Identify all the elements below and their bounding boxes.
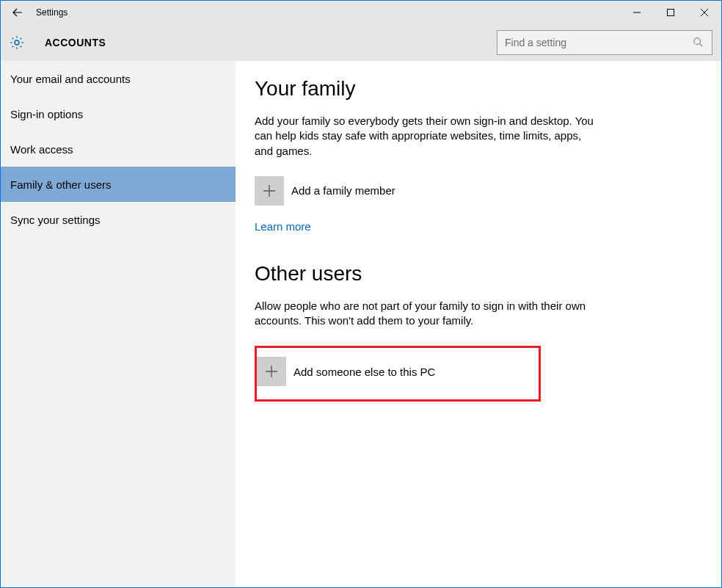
add-family-member-label: Add a family member	[291, 184, 395, 197]
search-icon	[693, 37, 704, 48]
sidebar-item-email-accounts[interactable]: Your email and accounts	[1, 61, 236, 96]
search-input[interactable]	[505, 37, 693, 48]
header-section-title: ACCOUNTS	[45, 37, 106, 48]
plus-icon-box	[255, 176, 284, 206]
svg-point-2	[694, 37, 701, 44]
gear-icon	[9, 35, 25, 51]
sidebar-item-family-other-users[interactable]: Family & other users	[1, 167, 236, 202]
sidebar: Your email and accounts Sign-in options …	[1, 61, 236, 587]
other-users-heading: Other users	[255, 262, 702, 286]
sidebar-item-sync-settings[interactable]: Sync your settings	[1, 202, 236, 237]
back-arrow-icon	[12, 7, 23, 18]
sidebar-item-label: Work access	[10, 143, 73, 156]
add-family-member-button[interactable]: Add a family member	[255, 176, 702, 206]
settings-gear-icon[interactable]	[8, 34, 26, 51]
add-someone-else-button[interactable]: Add someone else to this PC	[255, 346, 541, 402]
other-users-description: Allow people who are not part of your fa…	[255, 299, 599, 329]
titlebar: Settings	[1, 1, 721, 23]
add-someone-else-label: Add someone else to this PC	[293, 366, 435, 378]
close-icon	[701, 9, 708, 16]
plus-icon-box	[257, 357, 286, 386]
back-button[interactable]	[1, 1, 34, 23]
header: ACCOUNTS	[1, 23, 721, 61]
sidebar-item-label: Family & other users	[10, 178, 112, 191]
learn-more-link[interactable]: Learn more	[255, 220, 311, 233]
minimize-button[interactable]	[620, 1, 654, 23]
svg-point-1	[15, 40, 19, 45]
minimize-icon	[633, 9, 641, 16]
sidebar-item-label: Your email and accounts	[10, 73, 131, 85]
sidebar-item-label: Sign-in options	[10, 108, 83, 120]
plus-icon	[264, 364, 279, 379]
search-box[interactable]	[497, 30, 712, 55]
svg-rect-0	[668, 9, 674, 15]
close-button[interactable]	[688, 1, 721, 23]
other-users-section: Other users Allow people who are not par…	[255, 262, 702, 402]
body: Your email and accounts Sign-in options …	[1, 61, 721, 587]
maximize-icon	[667, 9, 674, 16]
content-pane: Your family Add your family so everybody…	[236, 61, 721, 587]
family-heading: Your family	[255, 77, 702, 101]
sidebar-item-work-access[interactable]: Work access	[1, 131, 236, 167]
window-title: Settings	[36, 7, 68, 18]
maximize-button[interactable]	[654, 1, 688, 23]
family-description: Add your family so everybody gets their …	[255, 114, 599, 159]
settings-window: Settings ACCOUNTS	[0, 0, 722, 588]
plus-icon	[262, 184, 277, 198]
sidebar-item-signin-options[interactable]: Sign-in options	[1, 96, 236, 131]
sidebar-item-label: Sync your settings	[10, 214, 101, 226]
